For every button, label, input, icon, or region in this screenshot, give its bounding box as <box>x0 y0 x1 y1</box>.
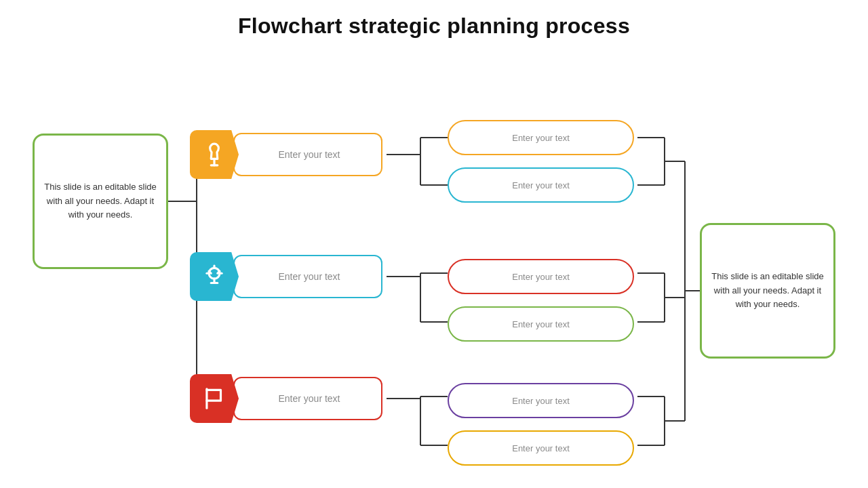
row2-label[interactable]: Enter your text <box>233 255 382 298</box>
page-title: Flowchart strategic planning process <box>20 14 848 39</box>
row2-item: Enter your text <box>190 252 382 301</box>
sub-r2-bottom-text: Enter your text <box>512 319 570 329</box>
sub-r3-top-text: Enter your text <box>512 396 570 406</box>
sub-r2-top[interactable]: Enter your text <box>448 259 634 294</box>
row1-item: Enter your text <box>190 130 382 179</box>
row1-label-text: Enter your text <box>278 149 340 160</box>
row2-icon-box <box>190 252 239 301</box>
bulb-icon <box>201 264 227 289</box>
row2-label-text: Enter your text <box>278 271 340 282</box>
row1-label[interactable]: Enter your text <box>233 133 382 176</box>
sub-r2-bottom[interactable]: Enter your text <box>448 306 634 342</box>
right-box-text: This slide is an editable slide with all… <box>710 270 825 312</box>
sub-r3-bottom[interactable]: Enter your text <box>448 430 634 466</box>
sub-r3-top[interactable]: Enter your text <box>448 383 634 418</box>
row3-label-text: Enter your text <box>278 393 340 404</box>
flag-icon <box>201 386 227 411</box>
left-info-box[interactable]: This slide is an editable slide with all… <box>33 134 168 269</box>
row3-label[interactable]: Enter your text <box>233 377 382 420</box>
right-info-box[interactable]: This slide is an editable slide with all… <box>700 223 835 359</box>
sub-r2-top-text: Enter your text <box>512 272 570 282</box>
row1-icon-box <box>190 130 239 179</box>
row3-icon-box <box>190 374 239 423</box>
flowchart: This slide is an editable slide with all… <box>20 52 848 479</box>
sub-r1-top-text: Enter your text <box>512 133 570 143</box>
sub-r1-top[interactable]: Enter your text <box>448 120 634 155</box>
sub-r1-bottom[interactable]: Enter your text <box>448 167 634 203</box>
row3-item: Enter your text <box>190 374 382 423</box>
sub-r1-bottom-text: Enter your text <box>512 180 570 190</box>
left-box-text: This slide is an editable slide with all… <box>43 180 158 222</box>
sub-r3-bottom-text: Enter your text <box>512 443 570 453</box>
pin-icon <box>201 142 227 167</box>
slide: Flowchart strategic planning process <box>0 0 868 488</box>
